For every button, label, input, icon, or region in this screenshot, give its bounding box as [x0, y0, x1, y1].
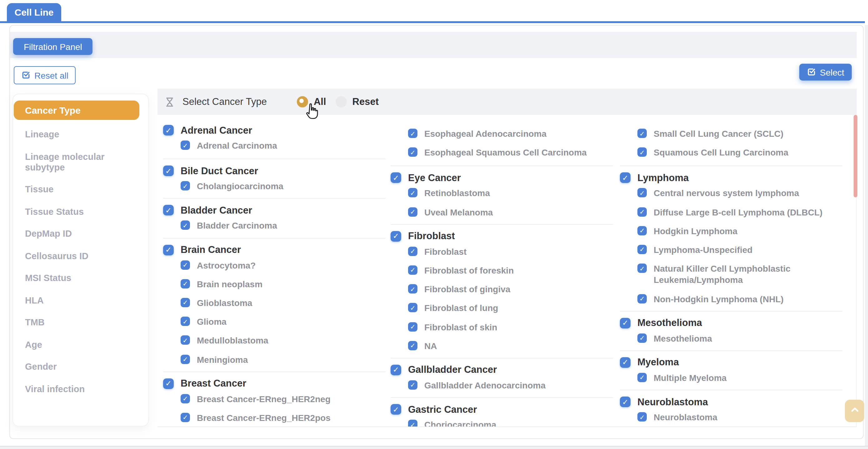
checkbox-meningioma[interactable]: ✓ [181, 354, 190, 364]
cancer-type-label[interactable]: Eye Cancer [408, 172, 461, 184]
checkbox-gastric-cancer[interactable]: ✓ [391, 404, 401, 415]
cancer-subtype-label[interactable]: Adrenal Carcinoma [197, 140, 277, 151]
cancer-subtype-label[interactable]: Multiple Myeloma [654, 372, 726, 383]
checkbox-gallbladder-cancer[interactable]: ✓ [391, 365, 401, 375]
checkbox-choriocarcinoma[interactable]: ✓ [408, 420, 417, 427]
scroll-to-top-button[interactable] [845, 400, 864, 422]
cancer-subtype-label[interactable]: Astrocytoma? [197, 259, 256, 271]
checkbox-fibroblast-of-skin[interactable]: ✓ [408, 322, 417, 331]
cancer-type-label[interactable]: Brain Cancer [181, 244, 241, 255]
checkbox-bladder-carcinoma[interactable]: ✓ [181, 221, 190, 230]
checkbox-esophageal-adenocarcinoma[interactable]: ✓ [408, 129, 417, 138]
checkbox-astrocytoma[interactable]: ✓ [181, 260, 190, 269]
cancer-subtype-label[interactable]: Central nervous system lymphoma [654, 188, 799, 199]
reset-all-button[interactable]: Reset all [14, 66, 76, 84]
cancer-subtype-label[interactable]: Gallbladder Adenocarcinoma [424, 380, 546, 391]
sidebar-item-msi-status[interactable]: MSI Status [14, 273, 123, 284]
cancer-type-label[interactable]: Myeloma [638, 357, 679, 368]
cancer-subtype-label[interactable]: Non-Hodgkin Lymphoma (NHL) [654, 293, 784, 304]
cancer-subtype-label[interactable]: Squamous Cell Lung Carcinoma [654, 147, 788, 158]
checkbox-natural-killer-cell-lymphoblastic-leukemia-lymphoma[interactable]: ✓ [638, 263, 647, 273]
cancer-subtype-label[interactable]: Retinoblastoma [424, 188, 490, 199]
cancer-type-label[interactable]: Adrenal Cancer [181, 125, 252, 136]
cancer-subtype-label[interactable]: Hodgkin Lymphoma [654, 225, 737, 237]
checkbox-breast-cancer[interactable]: ✓ [163, 378, 174, 389]
cancer-subtype-label[interactable]: Medulloblastoma [197, 335, 269, 346]
cancer-subtype-label[interactable]: Glioblastoma [197, 297, 252, 309]
cancer-type-label[interactable]: Neuroblastoma [638, 396, 708, 408]
checkbox-squamous-cell-lung-carcinoma[interactable]: ✓ [638, 148, 647, 157]
cancer-subtype-label[interactable]: Cholangiocarcinoma [197, 181, 283, 192]
cancer-subtype-label[interactable]: Fibroblast [424, 246, 466, 257]
checkbox-neuroblastoma[interactable]: ✓ [638, 412, 647, 421]
checkbox-bladder-cancer[interactable]: ✓ [163, 205, 174, 216]
cancer-subtype-label[interactable]: Uveal Melanoma [424, 206, 493, 218]
checkbox-uveal-melanoma[interactable]: ✓ [408, 207, 417, 216]
checkbox-myeloma[interactable]: ✓ [620, 357, 630, 368]
cancer-subtype-label[interactable]: Fibroblast of gingiva [424, 284, 510, 295]
checkbox-diffuse-large-b-cell-lymphoma-dlbcl[interactable]: ✓ [638, 207, 647, 216]
cancer-type-label[interactable]: Gallbladder Cancer [408, 364, 497, 376]
checkbox-central-nervous-system-lymphoma[interactable]: ✓ [638, 188, 647, 198]
cancer-subtype-label[interactable]: Fibroblast of lung [424, 302, 498, 314]
cancer-subtype-label[interactable]: Natural Killer Cell Lymphoblastic Leukem… [654, 263, 835, 286]
checkbox-breast-cancer-erneg-her2neg[interactable]: ✓ [181, 394, 190, 403]
checkbox-fibroblast[interactable]: ✓ [391, 231, 401, 242]
vertical-scrollbar-thumb[interactable] [854, 115, 857, 197]
cancer-type-label[interactable]: Mesothelioma [638, 317, 702, 328]
radio-all-label[interactable]: All [314, 96, 326, 107]
checkbox-hodgkin-lymphoma[interactable]: ✓ [638, 226, 647, 235]
checkbox-fibroblast-of-gingiva[interactable]: ✓ [408, 284, 417, 293]
checkbox-brain-cancer[interactable]: ✓ [163, 245, 174, 255]
cancer-subtype-label[interactable]: Diffuse Large B-cell Lymphoma (DLBCL) [654, 206, 823, 218]
sidebar-item-gender[interactable]: Gender [14, 361, 123, 372]
cancer-subtype-label[interactable]: Meningioma [197, 354, 248, 365]
checkbox-neuroblastoma[interactable]: ✓ [620, 396, 630, 407]
checkbox-adrenal-carcinoma[interactable]: ✓ [181, 140, 190, 150]
cancer-subtype-label[interactable]: Fibroblast of skin [424, 321, 497, 332]
sidebar-item-cellosaurus-id[interactable]: Cellosaurus ID [14, 251, 123, 261]
cancer-subtype-label[interactable]: Choriocarcinoma [424, 419, 496, 427]
checkbox-cholangiocarcinoma[interactable]: ✓ [181, 181, 190, 190]
cancer-subtype-label[interactable]: Breast Cancer-ERneg_HER2pos [197, 412, 331, 423]
sidebar-item-tissue-status[interactable]: Tissue Status [14, 206, 123, 217]
checkbox-lymphoma-unspecified[interactable]: ✓ [638, 245, 647, 254]
checkbox-mesothelioma[interactable]: ✓ [620, 318, 630, 328]
cancer-subtype-label[interactable]: Bladder Carcinoma [197, 220, 277, 231]
checkbox-na[interactable]: ✓ [408, 341, 417, 350]
checkbox-multiple-myeloma[interactable]: ✓ [638, 373, 647, 382]
sidebar-item-cancer-type[interactable]: Cancer Type [14, 100, 140, 120]
cancer-subtype-label[interactable]: Mesothelioma [654, 332, 712, 344]
checkbox-brain-neoplasm[interactable]: ✓ [181, 279, 190, 289]
cancer-subtype-label[interactable]: Glioma [197, 316, 226, 327]
cancer-subtype-label[interactable]: Esophageal Adenocarcinoma [424, 128, 547, 139]
sidebar-item-lineage[interactable]: Lineage [14, 129, 123, 140]
cancer-type-label[interactable]: Fibroblast [408, 231, 455, 242]
sidebar-item-tmb[interactable]: TMB [14, 317, 123, 328]
checkbox-esophageal-squamous-cell-carcinoma[interactable]: ✓ [408, 148, 417, 157]
checkbox-glioma[interactable]: ✓ [181, 317, 190, 326]
cancer-type-label[interactable]: Breast Cancer [181, 378, 246, 389]
checkbox-non-hodgkin-lymphoma-nhl[interactable]: ✓ [638, 294, 647, 303]
cancer-subtype-label[interactable]: Breast Cancer-ERneg_HER2neg [197, 393, 331, 404]
sidebar-item-lineage-molecular-subytype[interactable]: Lineage molecular subytype [14, 152, 123, 173]
select-button[interactable]: Select [799, 64, 852, 81]
radio-all[interactable] [297, 96, 308, 107]
filtration-panel-button[interactable]: Filtration Panel [13, 38, 93, 55]
sidebar-item-age[interactable]: Age [14, 340, 123, 350]
checkbox-small-cell-lung-cancer-sclc[interactable]: ✓ [638, 129, 647, 138]
cancer-type-label[interactable]: Bile Duct Cancer [181, 165, 258, 177]
cancer-type-label[interactable]: Bladder Cancer [181, 205, 252, 216]
cancer-type-label[interactable]: Gastric Cancer [408, 404, 477, 415]
checkbox-fibroblast-of-lung[interactable]: ✓ [408, 303, 417, 313]
checkbox-breast-cancer-erneg-her2pos[interactable]: ✓ [181, 413, 190, 422]
checkbox-fibroblast-of-foreskin[interactable]: ✓ [408, 265, 417, 275]
checkbox-gallbladder-adenocarcinoma[interactable]: ✓ [408, 380, 417, 390]
checkbox-glioblastoma[interactable]: ✓ [181, 298, 190, 307]
sidebar-item-hla[interactable]: HLA [14, 295, 123, 306]
checkbox-lymphoma[interactable]: ✓ [620, 173, 630, 183]
cancer-type-label[interactable]: Lymphoma [638, 172, 689, 184]
radio-reset-label[interactable]: Reset [352, 96, 379, 107]
cancer-subtype-label[interactable]: Small Cell Lung Cancer (SCLC) [654, 128, 783, 139]
cancer-subtype-label[interactable]: Fibroblast of foreskin [424, 265, 514, 276]
